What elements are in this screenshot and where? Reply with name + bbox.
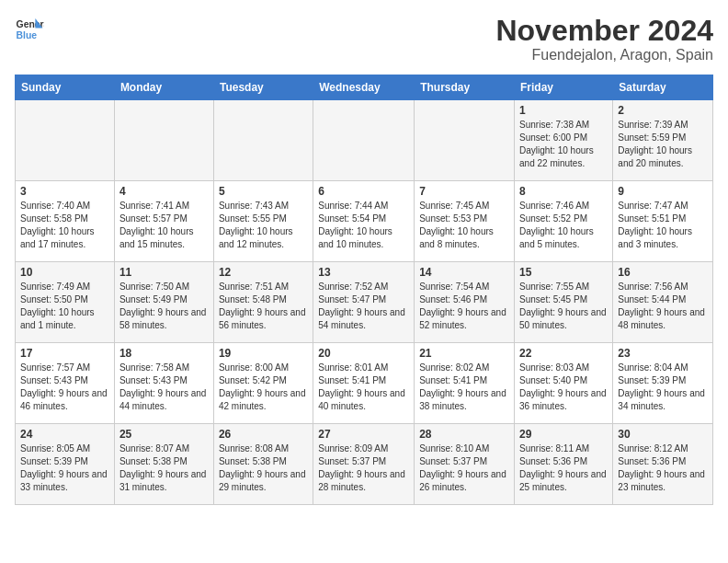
day-info: Sunrise: 7:47 AM Sunset: 5:51 PM Dayligh…	[618, 200, 708, 251]
day-number: 17	[20, 347, 109, 360]
day-cell	[114, 100, 213, 181]
header-cell-tuesday: Tuesday	[213, 75, 313, 100]
logo-icon: General Blue	[15, 15, 44, 44]
day-info: Sunrise: 7:51 AM Sunset: 5:48 PM Dayligh…	[219, 281, 308, 332]
day-info: Sunrise: 7:54 AM Sunset: 5:46 PM Dayligh…	[419, 281, 509, 332]
day-info: Sunrise: 8:03 AM Sunset: 5:40 PM Dayligh…	[519, 362, 608, 413]
header-cell-wednesday: Wednesday	[313, 75, 415, 100]
day-number: 5	[219, 185, 308, 198]
day-info: Sunrise: 7:44 AM Sunset: 5:54 PM Dayligh…	[318, 200, 409, 251]
header-cell-saturday: Saturday	[613, 75, 713, 100]
day-info: Sunrise: 7:57 AM Sunset: 5:43 PM Dayligh…	[20, 362, 109, 413]
day-number: 6	[318, 185, 409, 198]
day-info: Sunrise: 7:56 AM Sunset: 5:44 PM Dayligh…	[618, 281, 708, 332]
day-info: Sunrise: 7:50 AM Sunset: 5:49 PM Dayligh…	[119, 281, 209, 332]
day-number: 28	[419, 428, 509, 441]
day-number: 24	[20, 428, 109, 441]
day-info: Sunrise: 8:10 AM Sunset: 5:37 PM Dayligh…	[419, 442, 509, 494]
day-info: Sunrise: 8:04 AM Sunset: 5:39 PM Dayligh…	[618, 362, 708, 413]
day-info: Sunrise: 7:46 AM Sunset: 5:52 PM Dayligh…	[519, 200, 608, 251]
day-cell: 7Sunrise: 7:45 AM Sunset: 5:53 PM Daylig…	[415, 181, 515, 262]
day-info: Sunrise: 7:49 AM Sunset: 5:50 PM Dayligh…	[20, 281, 109, 332]
day-cell: 18Sunrise: 7:58 AM Sunset: 5:43 PM Dayli…	[114, 343, 213, 424]
day-number: 8	[519, 185, 608, 198]
day-cell: 14Sunrise: 7:54 AM Sunset: 5:46 PM Dayli…	[415, 262, 515, 343]
day-number: 9	[618, 185, 708, 198]
day-number: 3	[20, 185, 109, 198]
day-cell: 6Sunrise: 7:44 AM Sunset: 5:54 PM Daylig…	[313, 181, 415, 262]
week-row-1: 1Sunrise: 7:38 AM Sunset: 6:00 PM Daylig…	[16, 100, 713, 181]
day-number: 30	[618, 428, 708, 441]
day-cell: 26Sunrise: 8:08 AM Sunset: 5:38 PM Dayli…	[213, 424, 313, 505]
day-number: 22	[519, 347, 608, 360]
day-number: 27	[318, 428, 409, 441]
day-number: 1	[519, 104, 608, 117]
logo: General Blue	[15, 15, 44, 44]
day-info: Sunrise: 7:43 AM Sunset: 5:55 PM Dayligh…	[219, 200, 308, 251]
day-cell: 27Sunrise: 8:09 AM Sunset: 5:37 PM Dayli…	[313, 424, 415, 505]
day-cell: 21Sunrise: 8:02 AM Sunset: 5:41 PM Dayli…	[415, 343, 515, 424]
day-cell: 1Sunrise: 7:38 AM Sunset: 6:00 PM Daylig…	[515, 100, 613, 181]
day-cell: 24Sunrise: 8:05 AM Sunset: 5:39 PM Dayli…	[16, 424, 115, 505]
header: General Blue November 2024 Fuendejalon, …	[15, 15, 713, 63]
day-number: 16	[618, 266, 708, 279]
day-number: 20	[318, 347, 409, 360]
day-cell: 15Sunrise: 7:55 AM Sunset: 5:45 PM Dayli…	[515, 262, 613, 343]
day-cell: 2Sunrise: 7:39 AM Sunset: 5:59 PM Daylig…	[613, 100, 713, 181]
day-number: 13	[318, 266, 409, 279]
day-cell: 13Sunrise: 7:52 AM Sunset: 5:47 PM Dayli…	[313, 262, 415, 343]
day-number: 25	[119, 428, 209, 441]
day-cell: 10Sunrise: 7:49 AM Sunset: 5:50 PM Dayli…	[16, 262, 115, 343]
location-title: Fuendejalon, Aragon, Spain	[495, 47, 713, 63]
day-info: Sunrise: 7:41 AM Sunset: 5:57 PM Dayligh…	[119, 200, 209, 251]
day-cell: 8Sunrise: 7:46 AM Sunset: 5:52 PM Daylig…	[515, 181, 613, 262]
day-info: Sunrise: 8:01 AM Sunset: 5:41 PM Dayligh…	[318, 362, 409, 413]
day-info: Sunrise: 8:07 AM Sunset: 5:38 PM Dayligh…	[119, 442, 209, 494]
day-number: 29	[519, 428, 608, 441]
title-area: November 2024 Fuendejalon, Aragon, Spain	[495, 15, 713, 63]
day-cell: 29Sunrise: 8:11 AM Sunset: 5:36 PM Dayli…	[515, 424, 613, 505]
day-number: 15	[519, 266, 608, 279]
day-info: Sunrise: 7:40 AM Sunset: 5:58 PM Dayligh…	[20, 200, 109, 251]
day-info: Sunrise: 7:39 AM Sunset: 5:59 PM Dayligh…	[618, 119, 708, 170]
day-number: 12	[219, 266, 308, 279]
week-row-3: 10Sunrise: 7:49 AM Sunset: 5:50 PM Dayli…	[16, 262, 713, 343]
day-cell	[213, 100, 313, 181]
calendar-body: 1Sunrise: 7:38 AM Sunset: 6:00 PM Daylig…	[16, 100, 713, 505]
day-info: Sunrise: 8:05 AM Sunset: 5:39 PM Dayligh…	[20, 442, 109, 494]
day-info: Sunrise: 8:08 AM Sunset: 5:38 PM Dayligh…	[219, 442, 308, 494]
day-cell	[313, 100, 415, 181]
day-info: Sunrise: 8:09 AM Sunset: 5:37 PM Dayligh…	[318, 442, 409, 494]
day-cell: 28Sunrise: 8:10 AM Sunset: 5:37 PM Dayli…	[415, 424, 515, 505]
week-row-2: 3Sunrise: 7:40 AM Sunset: 5:58 PM Daylig…	[16, 181, 713, 262]
day-cell: 5Sunrise: 7:43 AM Sunset: 5:55 PM Daylig…	[213, 181, 313, 262]
day-cell: 3Sunrise: 7:40 AM Sunset: 5:58 PM Daylig…	[16, 181, 115, 262]
day-number: 18	[119, 347, 209, 360]
day-cell: 25Sunrise: 8:07 AM Sunset: 5:38 PM Dayli…	[114, 424, 213, 505]
day-cell: 17Sunrise: 7:57 AM Sunset: 5:43 PM Dayli…	[16, 343, 115, 424]
day-info: Sunrise: 7:55 AM Sunset: 5:45 PM Dayligh…	[519, 281, 608, 332]
day-number: 26	[219, 428, 308, 441]
day-info: Sunrise: 8:00 AM Sunset: 5:42 PM Dayligh…	[219, 362, 308, 413]
day-cell: 23Sunrise: 8:04 AM Sunset: 5:39 PM Dayli…	[613, 343, 713, 424]
day-info: Sunrise: 7:45 AM Sunset: 5:53 PM Dayligh…	[419, 200, 509, 251]
calendar-header: SundayMondayTuesdayWednesdayThursdayFrid…	[16, 75, 713, 100]
day-number: 21	[419, 347, 509, 360]
day-cell: 30Sunrise: 8:12 AM Sunset: 5:36 PM Dayli…	[613, 424, 713, 505]
header-cell-monday: Monday	[114, 75, 213, 100]
day-cell: 16Sunrise: 7:56 AM Sunset: 5:44 PM Dayli…	[613, 262, 713, 343]
day-cell: 4Sunrise: 7:41 AM Sunset: 5:57 PM Daylig…	[114, 181, 213, 262]
calendar-table: SundayMondayTuesdayWednesdayThursdayFrid…	[15, 75, 713, 505]
day-cell: 19Sunrise: 8:00 AM Sunset: 5:42 PM Dayli…	[213, 343, 313, 424]
day-number: 14	[419, 266, 509, 279]
day-number: 4	[119, 185, 209, 198]
month-title: November 2024	[495, 15, 713, 47]
day-info: Sunrise: 7:52 AM Sunset: 5:47 PM Dayligh…	[318, 281, 409, 332]
week-row-4: 17Sunrise: 7:57 AM Sunset: 5:43 PM Dayli…	[16, 343, 713, 424]
day-cell	[415, 100, 515, 181]
day-cell: 11Sunrise: 7:50 AM Sunset: 5:49 PM Dayli…	[114, 262, 213, 343]
day-number: 19	[219, 347, 308, 360]
day-info: Sunrise: 7:58 AM Sunset: 5:43 PM Dayligh…	[119, 362, 209, 413]
day-cell: 20Sunrise: 8:01 AM Sunset: 5:41 PM Dayli…	[313, 343, 415, 424]
day-info: Sunrise: 8:02 AM Sunset: 5:41 PM Dayligh…	[419, 362, 509, 413]
